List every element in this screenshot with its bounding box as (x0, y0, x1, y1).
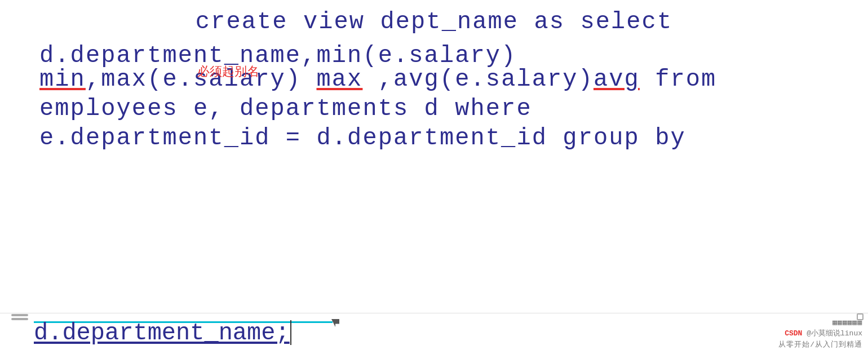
watermark-icon-row: ▦▦▦▦▦▦ (832, 318, 862, 327)
code-avg-alias: avg (594, 66, 640, 93)
code-min-alias: min (39, 66, 86, 93)
watermark: ▦▦▦▦▦▦ CSDN @小莫细说linux 从零开始/从入门到精通 (778, 318, 862, 349)
text-cursor (290, 320, 291, 345)
code-line-3: min,max(e.salary) max ,avg(e.salary)avg … (39, 68, 834, 91)
code-line-2: d.department_name,min(e.salary) (39, 44, 834, 68)
code-line-6-text: d.department_name; (34, 320, 290, 347)
code-line-3-wrapper: 必须起别名 min,max(e.salary) max ,avg(e.salar… (34, 68, 834, 91)
code-line-1: create view dept_name as select (34, 10, 834, 34)
watermark-icons: ▦▦▦▦▦▦ (832, 318, 862, 327)
last-line-area: d.department_name; (0, 315, 868, 351)
code-line-2-text: d.department_name,min(e.salary) (39, 42, 516, 69)
watermark-credit: CSDN @小莫细说linux (785, 328, 862, 338)
code-max-alias: max (316, 66, 362, 93)
annotation-text: 必须起别名 (197, 63, 259, 80)
code-from-keyword: from (640, 66, 717, 93)
code-display: create view dept_name as select d.depart… (0, 0, 868, 354)
code-line-6: d.department_name; (34, 320, 291, 347)
code-line-5: e.department_id = d.department_id group … (39, 126, 834, 150)
watermark-author: @小莫细说linux (807, 329, 862, 338)
code-line-1-text: create view dept_name as select (196, 8, 672, 36)
code-line-4-text: employees e, departments d where (39, 95, 532, 122)
code-line-5-text: e.department_id = d.department_id group … (39, 125, 686, 152)
separator-line (0, 313, 868, 313)
watermark-row2-text: 从零开始/从入门到精通 (778, 339, 862, 349)
watermark-csdn-text: CSDN (785, 329, 807, 338)
code-line-4: employees e, departments d where (39, 97, 834, 121)
code-avg-expr: ,avg(e.salary) (362, 66, 594, 93)
